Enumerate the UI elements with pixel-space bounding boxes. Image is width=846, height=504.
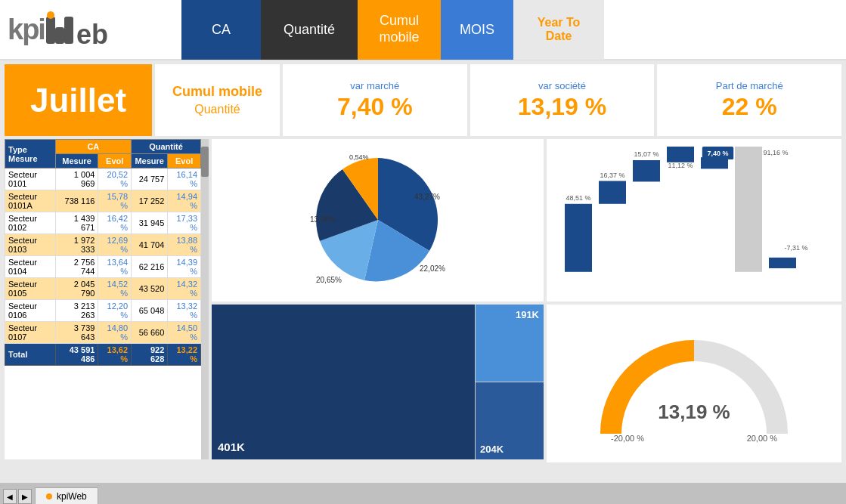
var-societe-title: var société — [538, 80, 586, 91]
kpi-part-marche: Part de marché 22 % — [657, 64, 841, 136]
kpi-var-marche: var marché 7,40 % — [283, 64, 467, 136]
td-ca-evol: 16,42 % — [98, 212, 132, 234]
td-qt-evol: 14,32 % — [168, 278, 201, 300]
table-row: Secteur 0103 1 972 333 12,69 % 41 704 13… — [5, 234, 201, 256]
scrollbar-thumb[interactable] — [201, 147, 209, 177]
svg-rect-2 — [64, 17, 73, 44]
table-row: Secteur 0101 1 004 969 20,52 % 24 757 16… — [5, 169, 201, 190]
td-secteur: Secteur 0102 — [5, 212, 56, 234]
bottom-tab-kpiweb[interactable]: kpiWeb — [35, 487, 98, 504]
gauge-svg: 13,19 % — [588, 328, 800, 445]
tab-cumul-mobile[interactable]: Cumulmobile — [358, 0, 441, 60]
gauge-labels: -20,00 % 20,00 % — [611, 434, 777, 443]
td-secteur: Secteur 0103 — [5, 234, 56, 256]
gauge-min: -20,00 % — [611, 434, 644, 443]
tab-quantite[interactable]: Quantité — [261, 0, 358, 60]
svg-text:0,54%: 0,54% — [349, 153, 369, 161]
svg-text:eb: eb — [76, 19, 108, 48]
bottom-tabs: ◀ ▶ kpiWeb — [0, 483, 846, 504]
waterfall-container: 48,51 % 16,37 % 15,07 % 11,12 % 7,40 % 7… — [547, 139, 841, 301]
svg-text:48,51 %: 48,51 % — [566, 194, 591, 202]
td-ca-evol: 14,52 % — [98, 278, 132, 300]
kpi-var-societe: var société 13,19 % — [470, 64, 655, 136]
tab-mois[interactable]: MOIS — [441, 0, 513, 60]
var-marche-value: 7,40 % — [337, 93, 413, 121]
svg-rect-0 — [46, 17, 55, 44]
kpi-row: Juillet Cumul mobile Quantité var marché… — [5, 64, 841, 136]
arrow-left[interactable]: ◀ — [3, 489, 17, 504]
td-secteur: Secteur 0101A — [5, 190, 56, 212]
tab-year-to-date[interactable]: Year To Date — [513, 0, 604, 60]
tab-ca[interactable]: CA — [181, 0, 261, 60]
td-secteur: Secteur 0104 — [5, 256, 56, 278]
svg-rect-16 — [667, 147, 694, 162]
table-row: Secteur 0102 1 439 671 16,42 % 31 945 17… — [5, 212, 201, 234]
svg-text:15,07 %: 15,07 % — [634, 150, 659, 158]
pie-chart-panel: 43,27% 22,02% 20,65% 13,36% 0,54% — [212, 139, 544, 301]
svg-point-3 — [47, 11, 54, 19]
table-row: Secteur 0101A 738 116 15,78 % 17 252 14,… — [5, 190, 201, 212]
svg-text:16,37 %: 16,37 % — [600, 172, 625, 179]
table-row: Secteur 0104 2 756 744 13,64 % 62 216 14… — [5, 256, 201, 278]
th-mesure-qt: Mesure — [132, 154, 168, 169]
th-type-mesure: Type Mesure — [5, 140, 56, 169]
nav-tabs: CA Quantité Cumulmobile MOIS Year To Dat… — [181, 0, 604, 60]
svg-rect-10 — [565, 204, 592, 272]
waterfall-svg: 48,51 % 16,37 % 15,07 % 11,12 % 7,40 % 7… — [558, 147, 830, 283]
td-ca-evol: 20,52 % — [98, 169, 132, 190]
svg-text:7,40 %: 7,40 % — [708, 150, 729, 157]
logo-web-svg: eb — [45, 11, 113, 48]
th-quantite: Quantité — [132, 140, 201, 154]
svg-text:13,36%: 13,36% — [310, 215, 336, 224]
th-evol-qt: Evol — [168, 154, 201, 169]
tab-dot — [46, 493, 52, 499]
waterfall-chart-panel: 48,51 % 16,37 % 15,07 % 11,12 % 7,40 % 7… — [547, 139, 841, 301]
td-qt-evol: 14,94 % — [168, 190, 201, 212]
part-marche-value: 22 % — [722, 93, 777, 121]
svg-text:20,65%: 20,65% — [316, 276, 342, 284]
svg-rect-25 — [769, 258, 796, 268]
svg-rect-1 — [55, 27, 64, 44]
td-qt-evol: 14,39 % — [168, 256, 201, 278]
logo-kpi: kpi — [8, 14, 45, 46]
kpi-juillet: Juillet — [5, 64, 152, 136]
tab-cumul-label: Cumulmobile — [380, 13, 420, 45]
td-ca-evol: 13,64 % — [98, 256, 132, 278]
logo-web-container: eb — [45, 11, 113, 48]
table-row: Secteur 0105 2 045 790 14,52 % 43 520 14… — [5, 278, 201, 300]
td-ca-evol: 12,69 % — [98, 234, 132, 256]
th-mesure-ca: Mesure — [55, 154, 98, 169]
td-ca-mesure: 2 045 790 — [55, 278, 98, 300]
tab-kpiweb-label: kpiWeb — [57, 491, 87, 502]
gauge-max: 20,00 % — [747, 434, 777, 443]
scrollbar[interactable] — [201, 139, 209, 459]
svg-text:43,27%: 43,27% — [414, 193, 440, 201]
pie-chart-svg: 43,27% 22,02% 20,65% 13,36% 0,54% — [302, 150, 454, 290]
cumul-label: Cumul mobile — [172, 84, 262, 100]
td-ca-mesure: 1 004 969 — [55, 169, 98, 190]
pie-chart-container: 43,27% 22,02% 20,65% 13,36% 0,54% — [212, 139, 544, 301]
td-ca-mesure: 2 756 744 — [55, 256, 98, 278]
juillet-text: Juillet — [30, 82, 126, 119]
td-secteur: Secteur 0105 — [5, 278, 56, 300]
td-qt-evol: 17,33 % — [168, 212, 201, 234]
var-marche-title: var marché — [350, 80, 399, 91]
svg-text:91,16 %: 91,16 % — [764, 149, 789, 156]
td-ca-mesure: 738 116 — [55, 190, 98, 212]
td-secteur: Secteur 0101 — [5, 169, 56, 190]
svg-text:11,12 %: 11,12 % — [668, 162, 693, 169]
td-qt-mesure: 17 252 — [132, 190, 168, 212]
arrow-right[interactable]: ▶ — [18, 489, 32, 504]
td-qt-evol: 13,88 % — [168, 234, 201, 256]
th-evol-ca: Evol — [98, 154, 132, 169]
var-societe-value: 13,19 % — [518, 93, 606, 121]
svg-text:13,19 %: 13,19 % — [658, 400, 730, 423]
svg-rect-12 — [599, 181, 626, 203]
gauge-panel: 13,19 % -20,00 % 20,00 % — [547, 308, 841, 462]
th-ca: CA — [55, 140, 131, 154]
td-ca-evol: 15,78 % — [98, 190, 132, 212]
td-qt-mesure: 31 945 — [132, 212, 168, 234]
svg-text:-7,31 %: -7,31 % — [785, 244, 808, 252]
td-qt-mesure: 24 757 — [132, 169, 168, 190]
td-qt-mesure: 41 704 — [132, 234, 168, 256]
